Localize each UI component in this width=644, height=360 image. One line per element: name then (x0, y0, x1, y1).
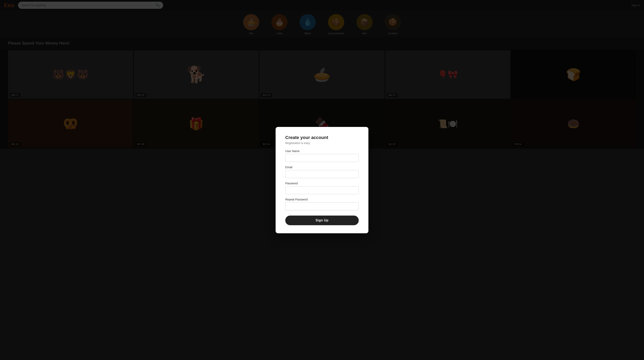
password-group: Password (285, 182, 359, 194)
repeat-password-field[interactable] (285, 202, 359, 210)
password-label: Password (285, 182, 359, 185)
sign-up-button[interactable]: Sign Up (285, 215, 359, 225)
repeat-password-group: Repeat Password (285, 198, 359, 210)
modal-overlay: Create your account Registration is easy… (0, 0, 644, 360)
username-group: User Name (285, 150, 359, 162)
username-label: User Name (285, 150, 359, 153)
registration-modal: Create your account Registration is easy… (276, 127, 368, 233)
modal-title: Create your account (285, 135, 359, 140)
repeat-password-label: Repeat Password (285, 198, 359, 201)
email-field[interactable] (285, 170, 359, 178)
modal-subtitle: Registration is easy (285, 141, 359, 145)
email-group: Email (285, 166, 359, 178)
password-field[interactable] (285, 186, 359, 194)
email-label: Email (285, 166, 359, 169)
username-field[interactable] (285, 154, 359, 162)
